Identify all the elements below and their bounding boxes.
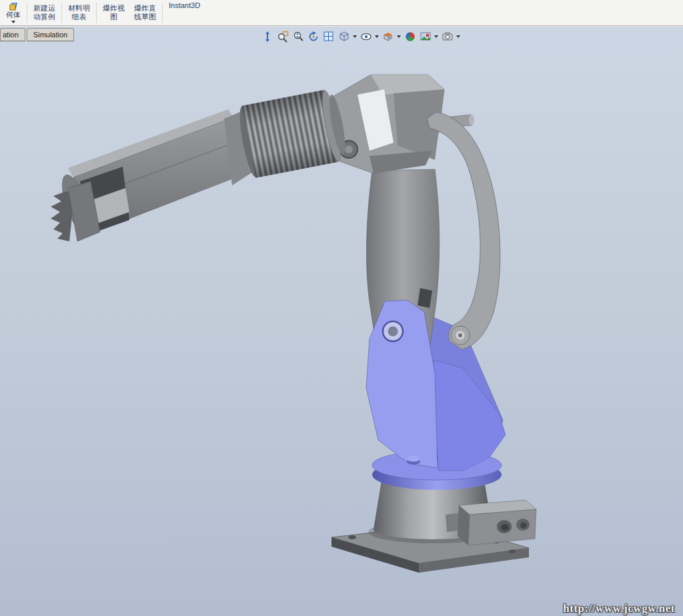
toolbar-button-label: 何体 (6, 11, 21, 19)
dropdown-chevron-icon[interactable] (11, 21, 15, 23)
tab-label: ation (3, 31, 19, 39)
toolbar-button-explode-line-sketch[interactable]: 爆炸直 线草图 (129, 0, 161, 25)
toolbar-separator (61, 3, 62, 23)
toolbar-button-label: 线草图 (134, 13, 156, 21)
toolbar-button-label: 爆炸直 (134, 4, 156, 13)
display-style-icon[interactable] (338, 31, 350, 43)
zoom-fit-icon[interactable] (261, 31, 273, 43)
toolbar-button-label: 动算例 (33, 13, 55, 21)
tab-simulation[interactable]: Simulation (27, 28, 74, 41)
view-orientation-icon[interactable] (323, 31, 335, 43)
dropdown-chevron-icon[interactable] (456, 35, 460, 38)
heads-up-view-toolbar (261, 31, 460, 43)
zoom-fit-glyph (261, 31, 273, 43)
zoom-area-glyph (277, 31, 289, 43)
toolbar-button-geometry-partial[interactable]: 何体 (1, 0, 25, 25)
apply-scene-icon[interactable] (420, 31, 432, 43)
view-settings-glyph (442, 31, 454, 43)
toolbar-button-new-motion-study[interactable]: 新建运 动算例 (29, 0, 60, 25)
solidworks-window: 何体 新建运 动算例 材料明 细表 爆炸视 图 爆炸直 线草图 Instant3… (0, 0, 683, 616)
toolbar-button-instant3d[interactable]: Instant3D (164, 0, 205, 25)
toolbar-separator (162, 3, 163, 23)
zoom-area-icon[interactable] (277, 31, 289, 43)
zoom-in-out-icon[interactable] (292, 31, 304, 43)
display-style-glyph (338, 31, 350, 43)
watermark-url: http://www.jcwgw.net (563, 602, 675, 615)
toolbar-button-label: 图 (110, 13, 117, 21)
zoom-in-out-glyph (292, 31, 304, 43)
toolbar-button-label: 新建运 (33, 4, 55, 13)
toolbar-button-label: Instant3D (169, 1, 200, 10)
toolbar-button-label: 材料明 (68, 4, 90, 13)
toolbar-button-label: 细表 (72, 13, 87, 21)
viewport-3d[interactable]: ation Simulation (0, 27, 683, 616)
hide-show-items-glyph (360, 31, 372, 43)
tab-animation[interactable]: ation (0, 28, 25, 41)
dropdown-chevron-icon[interactable] (375, 35, 379, 38)
view-settings-icon[interactable] (442, 31, 454, 43)
robot-arm-model[interactable] (0, 27, 683, 616)
robot-bellows[interactable] (236, 88, 350, 179)
geometry-icon (9, 3, 17, 11)
section-view-glyph (382, 31, 394, 43)
rotate-view-icon[interactable] (307, 31, 319, 43)
apply-scene-glyph (420, 31, 432, 43)
toolbar-button-exploded-view[interactable]: 爆炸视 图 (98, 0, 129, 25)
section-view-icon[interactable] (382, 31, 394, 43)
tab-label: Simulation (33, 31, 67, 39)
command-toolbar: 何体 新建运 动算例 材料明 细表 爆炸视 图 爆炸直 线草图 Instant3… (0, 0, 683, 26)
hide-show-items-icon[interactable] (360, 31, 372, 43)
view-orientation-glyph (323, 31, 335, 43)
dropdown-chevron-icon[interactable] (434, 35, 438, 38)
toolbar-button-bill-of-materials[interactable]: 材料明 细表 (63, 0, 95, 25)
edit-appearance-glyph (404, 31, 416, 43)
dropdown-chevron-icon[interactable] (353, 35, 357, 38)
motion-study-tab-bar: ation Simulation (0, 28, 75, 41)
toolbar-button-label: 爆炸视 (103, 4, 125, 13)
toolbar-separator (27, 3, 27, 23)
toolbar-separator (96, 3, 97, 23)
edit-appearance-icon[interactable] (404, 31, 416, 43)
dropdown-chevron-icon[interactable] (397, 35, 401, 38)
rotate-view-glyph (307, 31, 319, 43)
